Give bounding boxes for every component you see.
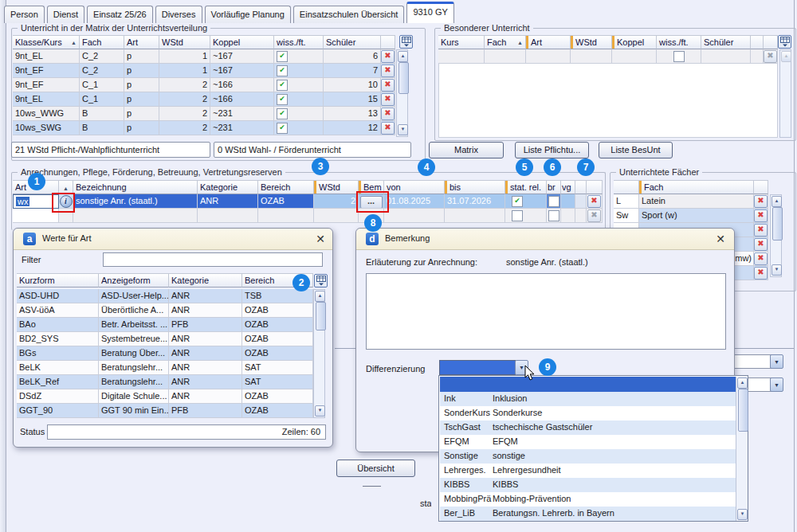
list-item[interactable]: ASD-UHD ASD-User-Help... ANR TSB bbox=[17, 289, 313, 303]
bes-col-art[interactable]: Art bbox=[526, 35, 571, 49]
delete-row-button[interactable] bbox=[754, 238, 768, 251]
close-icon[interactable] bbox=[713, 232, 728, 246]
tab-vorlaeufige-planung[interactable]: Vorläufige Planung bbox=[205, 6, 291, 23]
delete-row-button[interactable] bbox=[587, 195, 601, 208]
wiss-checkbox[interactable] bbox=[673, 51, 685, 62]
list-item[interactable]: BeLK Beratungslehr... ANR SAT bbox=[17, 361, 313, 375]
br-checkbox[interactable] bbox=[548, 210, 559, 221]
list-item[interactable]: ASV-üöA Überörtliche A... ANR OZAB bbox=[17, 303, 313, 318]
bemerkung-textarea[interactable] bbox=[366, 273, 726, 350]
bes-col-fach[interactable]: Fach▲ bbox=[485, 35, 526, 49]
tab-diverses[interactable]: Diverses bbox=[155, 6, 202, 23]
dropdown-option[interactable]: SonderKursSonderkurse bbox=[440, 406, 736, 421]
scroll-down-icon[interactable] bbox=[398, 124, 408, 135]
delete-row-button[interactable] bbox=[381, 108, 395, 120]
matrix-col-art[interactable]: Art bbox=[124, 35, 159, 49]
dropdown-option[interactable]: Lehrerges.Lehrergesundheit bbox=[440, 464, 736, 478]
scrollbar-thumb[interactable] bbox=[316, 302, 326, 331]
tab-einsatz-25-26[interactable]: Einsatz 25/26 bbox=[87, 6, 153, 23]
dropdown-option[interactable]: TschGasttschechische Gastschüler bbox=[440, 421, 736, 435]
anr-col-statrel[interactable]: stat. rel. bbox=[505, 180, 547, 194]
tab-person[interactable]: Person bbox=[4, 6, 45, 23]
differenzierung-combobox[interactable] bbox=[439, 360, 516, 375]
delete-row-button[interactable] bbox=[381, 65, 395, 77]
wiss-checkbox[interactable] bbox=[277, 123, 288, 134]
dropdown-option[interactable]: MobbingPräMobbing-Prävention bbox=[440, 492, 736, 507]
scroll-down-icon[interactable] bbox=[771, 264, 782, 276]
wiss-checkbox[interactable] bbox=[277, 51, 288, 62]
tab-einsatzschulen-uebersicht[interactable]: Einsatzschulen Übersicht bbox=[293, 6, 405, 23]
delete-row-button[interactable] bbox=[381, 50, 395, 63]
faecher-scrollbar[interactable] bbox=[770, 194, 782, 277]
close-icon[interactable] bbox=[313, 232, 328, 246]
table-row-selected[interactable]: wx i sonstige Anr. (staatl.) ANR OZAB 2 … bbox=[13, 194, 603, 209]
faecher-col-fach[interactable]: Fach bbox=[639, 180, 754, 194]
delete-row-button[interactable] bbox=[381, 93, 395, 106]
matrix-scrollbar[interactable] bbox=[396, 49, 408, 137]
list-item[interactable]: GGT_90 GGT 90 min Ein... PFB OZAB bbox=[17, 404, 313, 418]
matrix-col-wstd[interactable]: WStd bbox=[159, 35, 210, 49]
anr-col-bis[interactable]: bis bbox=[445, 180, 505, 194]
wiss-checkbox[interactable] bbox=[277, 108, 288, 119]
table-row[interactable]: 10ws_WWG B p 2 ~231 13 bbox=[13, 107, 395, 121]
chevron-down-icon[interactable] bbox=[770, 377, 783, 392]
dropdown-scrollbar[interactable] bbox=[736, 377, 748, 521]
scrollbar-thumb[interactable] bbox=[738, 389, 748, 432]
delete-row-button[interactable] bbox=[754, 224, 768, 237]
liste-pflichtunterricht-button[interactable]: Liste Pflichtu... bbox=[515, 142, 589, 158]
wiss-checkbox[interactable] bbox=[277, 65, 288, 76]
scrollbar-thumb[interactable] bbox=[772, 207, 783, 241]
wiss-checkbox[interactable] bbox=[277, 80, 288, 91]
matrix-col-koppel[interactable]: Koppel bbox=[210, 35, 274, 49]
wiss-checkbox[interactable] bbox=[277, 94, 288, 105]
table-row-empty[interactable] bbox=[13, 209, 603, 223]
br-checkbox[interactable] bbox=[548, 196, 559, 207]
bes-col-schueler[interactable]: Schüler bbox=[701, 35, 751, 49]
dropdown-option[interactable]: Sonstigesonstige bbox=[440, 449, 736, 464]
scroll-up-icon[interactable] bbox=[315, 291, 325, 302]
column-chooser-icon[interactable] bbox=[399, 35, 413, 49]
table-row[interactable]: 10ws_SWG B p 2 ~231 12 bbox=[13, 121, 395, 135]
dropdown-option[interactable]: InkInklusion bbox=[440, 392, 736, 406]
werte-scrollbar[interactable] bbox=[313, 289, 325, 418]
column-chooser-icon[interactable] bbox=[314, 274, 328, 288]
list-item[interactable]: DSdZ Digitale Schule... ANR OZAB bbox=[17, 389, 313, 404]
matrix-col-wiss[interactable]: wiss./ft. bbox=[274, 35, 324, 49]
anr-col-bereich[interactable]: Bereich bbox=[258, 180, 314, 194]
werte-col-kategorie[interactable]: Kategorie bbox=[169, 273, 242, 288]
tab-dienst[interactable]: Dienst bbox=[47, 6, 84, 23]
table-row[interactable]: Sw Sport (w) bbox=[614, 209, 768, 223]
table-row[interactable]: L Latein bbox=[614, 194, 768, 209]
table-row[interactable]: 9nt_EL C_1 p 2 ~166 15 bbox=[13, 92, 395, 107]
matrix-button[interactable]: Matrix bbox=[429, 142, 504, 158]
table-row[interactable]: 9nt_EF C_1 p 2 ~166 10 bbox=[13, 78, 395, 92]
scroll-down-icon[interactable] bbox=[737, 509, 748, 520]
chevron-down-icon[interactable] bbox=[770, 354, 783, 369]
bes-col-wstd[interactable]: WStd bbox=[571, 35, 612, 49]
dropdown-option[interactable]: Ber_LiBBeratungsn. Lehrerb. in Bayern bbox=[440, 507, 736, 521]
list-item[interactable]: BGs Beratung Über... ANR OZAB bbox=[17, 346, 313, 361]
tab-9310-gy[interactable]: 9310 GY bbox=[406, 2, 453, 23]
table-row-empty[interactable] bbox=[438, 49, 778, 64]
anr-col-bezeichnung[interactable]: Bezeichnung bbox=[73, 180, 198, 194]
bes-col-kurs[interactable]: Kurs bbox=[438, 35, 485, 49]
scroll-up-icon[interactable] bbox=[398, 51, 408, 62]
delete-row-button[interactable] bbox=[754, 267, 768, 280]
filter-input[interactable] bbox=[103, 252, 323, 267]
list-item[interactable]: BD2_SYS Systembetreue... ANR OZAB bbox=[17, 332, 313, 346]
delete-row-button[interactable] bbox=[381, 79, 395, 92]
delete-row-button[interactable] bbox=[754, 209, 768, 222]
delete-row-button[interactable] bbox=[381, 122, 395, 135]
bes-col-koppel[interactable]: Koppel bbox=[612, 35, 657, 49]
table-row[interactable]: 9nt_EL C_2 p 1 ~167 6 bbox=[13, 49, 395, 64]
dropdown-option[interactable]: EFQMEFQM bbox=[440, 435, 736, 449]
matrix-col-klasse[interactable]: Klasse/Kurs▲ bbox=[13, 35, 80, 49]
scroll-up-icon[interactable] bbox=[737, 377, 748, 389]
liste-besunt-button[interactable]: Liste BesUnt bbox=[599, 142, 673, 158]
scroll-up-icon[interactable] bbox=[771, 196, 782, 207]
dropdown-option-empty[interactable] bbox=[440, 377, 736, 392]
column-chooser-icon[interactable] bbox=[778, 35, 791, 49]
uebersicht-button[interactable]: Übersicht bbox=[336, 460, 415, 477]
anr-col-von[interactable]: von bbox=[384, 180, 445, 194]
anr-col-wstd[interactable]: WStd bbox=[314, 180, 359, 194]
